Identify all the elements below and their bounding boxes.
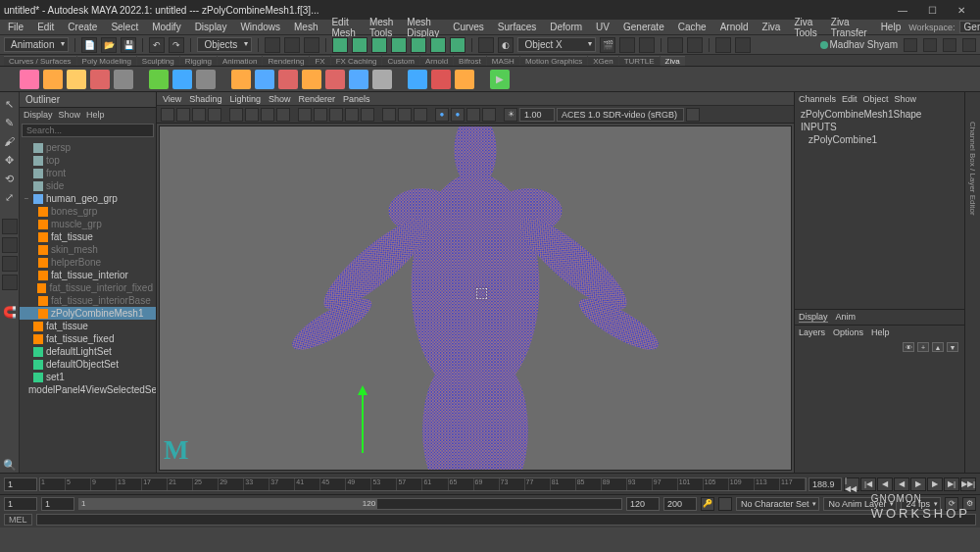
panel-icon[interactable] <box>735 37 751 53</box>
outliner-node[interactable]: helperBone <box>20 256 156 269</box>
layer-tab-display[interactable]: Display <box>799 312 828 323</box>
cb-menu-edit[interactable]: Edit <box>842 94 858 104</box>
ziva-combine-icon[interactable] <box>408 70 427 89</box>
layer-tab-anim[interactable]: Anim <box>836 312 857 323</box>
shelf-tab[interactable]: Animation <box>218 56 263 66</box>
ziva-cache-icon[interactable] <box>149 70 169 89</box>
menu-deform[interactable]: Deform <box>544 22 588 32</box>
sidebar-toggle-1[interactable] <box>904 38 917 52</box>
maximize-button[interactable]: ☐ <box>917 1 947 19</box>
selection-mode-dropdown[interactable]: Objects <box>197 37 252 52</box>
sidebar-toggle-3[interactable] <box>943 38 956 52</box>
snap-curve-icon[interactable] <box>352 37 368 53</box>
outliner-node[interactable]: defaultObjectSet <box>20 358 156 371</box>
menuset-dropdown[interactable]: Animation <box>4 37 69 52</box>
ziva-tissue-icon[interactable] <box>67 70 86 89</box>
menu-ziva[interactable]: Ziva <box>757 22 787 32</box>
ziva-mirror-icon[interactable] <box>455 70 474 89</box>
outliner-node[interactable]: modelPanel4ViewSelectedSet <box>20 383 156 396</box>
shelf-tab[interactable]: Ziva <box>661 56 685 66</box>
select-tool-icon[interactable]: ↖ <box>2 96 18 112</box>
outliner-node[interactable]: fat_tissue <box>20 320 156 332</box>
range-autokey-icon[interactable] <box>718 497 732 511</box>
select-by-object-icon[interactable] <box>284 37 300 53</box>
menu-cache[interactable]: Cache <box>672 22 712 32</box>
vp-gamma-icon[interactable] <box>686 108 700 122</box>
vp-xray-icon[interactable] <box>398 108 412 122</box>
minimize-button[interactable]: — <box>888 1 917 19</box>
shelf-tab[interactable]: Arnold <box>420 56 453 66</box>
ziva-extract-icon[interactable] <box>431 70 451 89</box>
menu-uv[interactable]: UV <box>590 22 615 32</box>
vp-bookmark-icon[interactable] <box>176 108 190 122</box>
current-frame-field[interactable] <box>4 477 37 491</box>
move-tool-icon[interactable]: ✥ <box>2 152 18 168</box>
vp-isolate-icon[interactable] <box>382 108 396 122</box>
vp-exposure-field[interactable]: 1.00 <box>519 108 555 122</box>
ziva-meta-icon[interactable] <box>349 70 368 89</box>
vp-motion-blur-icon[interactable]: ● <box>451 108 465 122</box>
shelf-tab[interactable]: Sculpting <box>137 56 179 66</box>
ziva-link2-icon[interactable] <box>372 70 392 89</box>
menu-meshdisplay[interactable]: Mesh Display <box>401 17 445 38</box>
ziva-rest-icon[interactable] <box>325 70 345 89</box>
vp-smooth-shade-icon[interactable] <box>314 108 327 122</box>
ziva-bone-icon[interactable] <box>43 70 63 89</box>
outliner-menu-show[interactable]: Show <box>59 110 81 120</box>
anim-end-field[interactable] <box>663 497 697 511</box>
vp-wireframe-icon[interactable] <box>298 108 312 122</box>
menu-arnold[interactable]: Arnold <box>714 22 755 32</box>
viewport-menu-lighting[interactable]: Lighting <box>229 94 261 104</box>
snap-live-icon[interactable] <box>411 37 426 53</box>
menu-display[interactable]: Display <box>189 22 233 32</box>
open-scene-icon[interactable]: 📂 <box>101 37 117 53</box>
vp-image-plane-icon[interactable] <box>192 108 206 122</box>
vp-colorspace-dropdown[interactable]: ACES 1.0 SDR-video (sRGB) <box>557 108 684 122</box>
menu-file[interactable]: File <box>2 22 29 32</box>
vp-use-lights-icon[interactable] <box>345 108 359 122</box>
ziva-link-icon[interactable] <box>172 70 192 89</box>
layout-outliner-icon[interactable] <box>2 275 18 290</box>
search-tool-icon[interactable]: 🔍 <box>2 457 18 473</box>
layer-menu-help[interactable]: Help <box>871 327 890 337</box>
ziva-delete-icon[interactable] <box>196 70 216 89</box>
right-tab-strip[interactable]: Channel Box / Layer Editor <box>964 92 980 473</box>
snap-plane-icon[interactable] <box>391 37 407 53</box>
outliner-search-input[interactable] <box>22 124 154 137</box>
outliner-menu-display[interactable]: Display <box>24 110 53 120</box>
ziva-loa-icon[interactable] <box>278 70 298 89</box>
ziva-solver-icon[interactable] <box>20 70 39 89</box>
ziva-fiber-icon[interactable] <box>255 70 274 89</box>
viewport-menu-renderer[interactable]: Renderer <box>298 94 335 104</box>
sidebar-toggle-2[interactable] <box>923 38 937 52</box>
outliner-node[interactable]: −human_geo_grp <box>20 192 156 205</box>
vp-ao-icon[interactable]: ● <box>435 108 449 122</box>
menu-mesh[interactable]: Mesh <box>288 22 323 32</box>
rotate-tool-icon[interactable]: ⟲ <box>2 171 18 186</box>
time-slider-track[interactable]: 1591317212529333741454953576165697377818… <box>39 477 807 491</box>
snap-toggle-icon[interactable] <box>450 37 466 53</box>
shelf-tab[interactable]: TURTLE <box>619 56 660 66</box>
layer-down-icon[interactable]: ▼ <box>947 342 958 352</box>
vp-exposure-icon[interactable]: ☀ <box>504 108 517 122</box>
shelf-tab[interactable]: Poly Modeling <box>77 56 136 66</box>
outliner-node[interactable]: zPolyCombineMesh1 <box>20 307 156 320</box>
settings-icon[interactable] <box>715 37 731 53</box>
render-icon[interactable]: 🎬 <box>600 37 615 53</box>
character-set-dropdown[interactable]: No Character Set <box>736 497 820 511</box>
outliner-menu-help[interactable]: Help <box>86 110 105 120</box>
cb-menu-channels[interactable]: Channels <box>799 94 836 104</box>
vp-dof-icon[interactable] <box>482 108 496 122</box>
shelf-tab[interactable]: FX <box>310 56 329 66</box>
viewport-menu-shading[interactable]: Shading <box>189 94 221 104</box>
ziva-rivet-icon[interactable] <box>302 70 321 89</box>
playback-start-field[interactable] <box>41 497 74 511</box>
viewport-menu-panels[interactable]: Panels <box>343 94 370 104</box>
menu-surfaces[interactable]: Surfaces <box>492 22 542 32</box>
menu-generate[interactable]: Generate <box>617 22 670 32</box>
shelf-tab[interactable]: MASH <box>487 56 519 66</box>
outliner-node[interactable]: fat_tissue <box>20 230 156 243</box>
redo-icon[interactable]: ↷ <box>169 37 184 53</box>
new-scene-icon[interactable]: 📄 <box>81 37 97 53</box>
construction-history-icon[interactable] <box>478 37 494 53</box>
